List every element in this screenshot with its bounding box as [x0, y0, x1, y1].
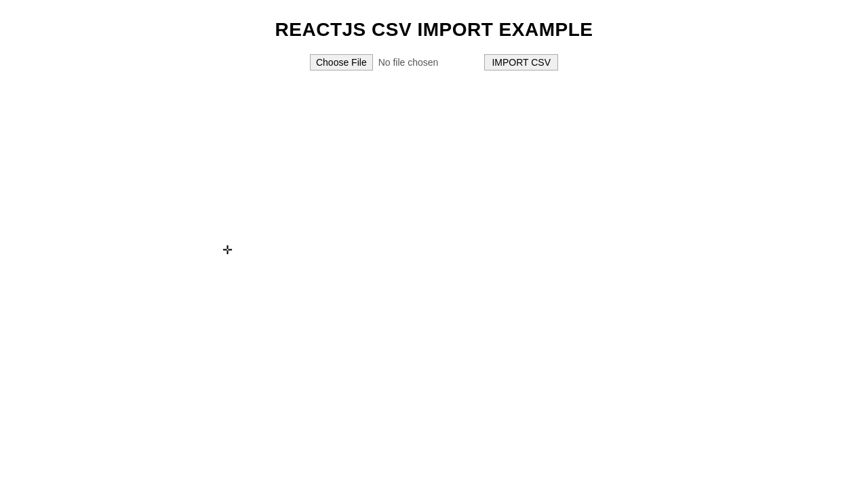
move-cursor-icon: ✛ [222, 243, 233, 258]
controls-row: Choose File No file chosen IMPORT CSV [0, 54, 868, 70]
no-file-status: No file chosen [378, 57, 439, 68]
page-title: REACTJS CSV IMPORT EXAMPLE [0, 0, 868, 54]
choose-file-button[interactable]: Choose File [310, 54, 373, 70]
import-csv-button[interactable]: IMPORT CSV [484, 54, 558, 70]
file-input-wrapper: Choose File No file chosen [310, 54, 438, 70]
